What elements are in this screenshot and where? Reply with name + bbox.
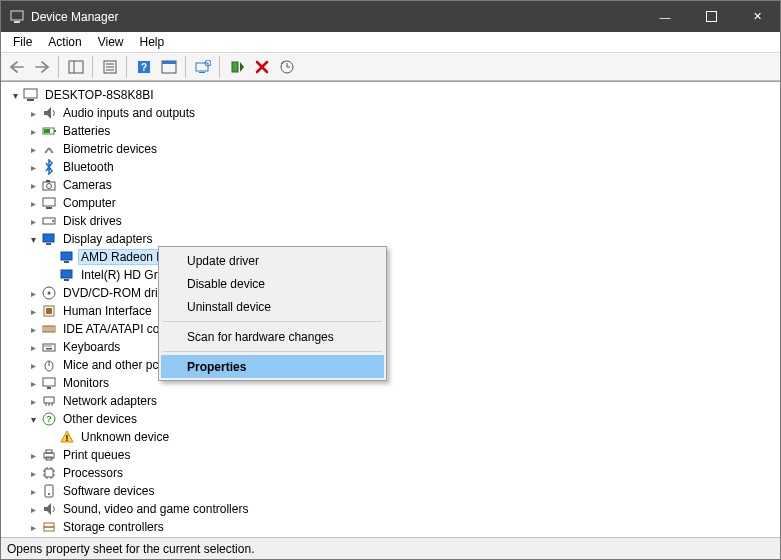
collapse-arrow-icon[interactable]: ▸ xyxy=(27,450,39,461)
collapse-arrow-icon[interactable]: ▸ xyxy=(27,216,39,227)
menu-file[interactable]: File xyxy=(5,33,40,51)
display-adapter-icon xyxy=(59,267,75,283)
content-area: ▾ DESKTOP-8S8K8BI ▸ Audio inputs and out… xyxy=(1,81,780,537)
computer-icon xyxy=(41,195,57,211)
keyboard-icon xyxy=(41,339,57,355)
tree-category-disk-drives[interactable]: ▸ Disk drives xyxy=(9,212,780,230)
svg-rect-35 xyxy=(64,279,69,281)
other-devices-icon: ? xyxy=(41,411,57,427)
collapse-arrow-icon[interactable]: ▸ xyxy=(27,306,39,317)
expand-arrow-icon[interactable]: ▾ xyxy=(9,90,21,101)
svg-rect-3 xyxy=(69,61,83,73)
computer-icon xyxy=(23,87,39,103)
tree-category-processors[interactable]: ▸ Processors xyxy=(9,464,780,482)
collapse-arrow-icon[interactable]: ▸ xyxy=(27,144,39,155)
tree-category-monitors[interactable]: ▸ Monitors xyxy=(9,374,780,392)
properties-button[interactable] xyxy=(98,56,121,78)
help-button[interactable]: ? xyxy=(132,56,155,78)
svg-rect-46 xyxy=(43,344,55,351)
svg-rect-13 xyxy=(196,63,208,71)
tree-category-storage[interactable]: ▸ Storage controllers xyxy=(9,518,780,536)
back-button[interactable] xyxy=(5,56,28,78)
svg-rect-1 xyxy=(14,21,20,23)
context-item-disable-device[interactable]: Disable device xyxy=(161,272,384,295)
tree-category-cameras[interactable]: ▸ Cameras xyxy=(9,176,780,194)
tree-root-node[interactable]: ▾ DESKTOP-8S8K8BI xyxy=(9,86,780,104)
tree-category-mice[interactable]: ▸ Mice and other pc xyxy=(9,356,780,374)
svg-rect-34 xyxy=(61,270,72,278)
maximize-button[interactable] xyxy=(688,1,734,32)
tree-category-hid[interactable]: ▸ Human Interface xyxy=(9,302,780,320)
svg-rect-56 xyxy=(44,397,54,403)
tree-device-label: Unknown device xyxy=(78,429,172,445)
svg-point-48 xyxy=(46,345,47,346)
battery-icon xyxy=(41,123,57,139)
tree-category-display-adapters[interactable]: ▾ Display adapters xyxy=(9,230,780,248)
svg-point-76 xyxy=(48,493,50,495)
collapse-arrow-icon[interactable]: ▸ xyxy=(27,486,39,497)
svg-rect-22 xyxy=(44,129,50,133)
toolbar-divider xyxy=(92,56,93,78)
collapse-arrow-icon[interactable]: ▸ xyxy=(27,162,39,173)
tree-category-computer[interactable]: ▸ Computer xyxy=(9,194,780,212)
tree-category-network[interactable]: ▸ Network adapters xyxy=(9,392,780,410)
tree-category-ide[interactable]: ▸ IDE ATA/ATAPI co xyxy=(9,320,780,338)
collapse-arrow-icon[interactable]: ▸ xyxy=(27,522,39,533)
close-button[interactable]: ✕ xyxy=(734,1,780,32)
menu-action[interactable]: Action xyxy=(40,33,89,51)
tree-category-batteries[interactable]: ▸ Batteries xyxy=(9,122,780,140)
svg-point-47 xyxy=(44,345,45,346)
forward-button[interactable] xyxy=(30,56,53,78)
expand-arrow-icon[interactable]: ▾ xyxy=(27,414,39,425)
collapse-arrow-icon[interactable]: ▸ xyxy=(27,180,39,191)
collapse-arrow-icon[interactable]: ▸ xyxy=(27,324,39,335)
device-tree[interactable]: ▾ DESKTOP-8S8K8BI ▸ Audio inputs and out… xyxy=(1,82,780,537)
app-icon xyxy=(9,9,25,25)
collapse-arrow-icon[interactable]: ▸ xyxy=(27,396,39,407)
hid-icon xyxy=(41,303,57,319)
tree-category-print-queues[interactable]: ▸ Print queues xyxy=(9,446,780,464)
uninstall-device-button[interactable] xyxy=(250,56,273,78)
tree-device-intel-hd[interactable]: Intel(R) HD Gra xyxy=(9,266,780,284)
title-bar: Device Manager — ✕ xyxy=(1,1,780,32)
window-title: Device Manager xyxy=(31,10,642,24)
collapse-arrow-icon[interactable]: ▸ xyxy=(27,360,39,371)
context-item-uninstall-device[interactable]: Uninstall device xyxy=(161,295,384,318)
context-item-properties[interactable]: Properties xyxy=(161,355,384,378)
collapse-arrow-icon[interactable]: ▸ xyxy=(27,198,39,209)
menu-view[interactable]: View xyxy=(90,33,132,51)
menu-help[interactable]: Help xyxy=(132,33,173,51)
enable-device-button[interactable] xyxy=(225,56,248,78)
collapse-arrow-icon[interactable]: ▸ xyxy=(27,378,39,389)
collapse-arrow-icon[interactable]: ▸ xyxy=(27,504,39,515)
collapse-arrow-icon[interactable]: ▸ xyxy=(27,288,39,299)
svg-rect-66 xyxy=(45,469,53,477)
collapse-arrow-icon[interactable]: ▸ xyxy=(27,126,39,137)
svg-rect-77 xyxy=(44,523,54,527)
collapse-arrow-icon[interactable]: ▸ xyxy=(27,468,39,479)
tree-category-dvd[interactable]: ▸ DVD/CD-ROM dri xyxy=(9,284,780,302)
context-item-scan-hardware[interactable]: Scan for hardware changes xyxy=(161,325,384,348)
action-button[interactable] xyxy=(157,56,180,78)
scan-hardware-button[interactable] xyxy=(191,56,214,78)
show-hide-console-tree-button[interactable] xyxy=(64,56,87,78)
tree-category-sound[interactable]: ▸ Sound, video and game controllers xyxy=(9,500,780,518)
ide-icon xyxy=(41,321,57,337)
tree-category-keyboards[interactable]: ▸ Keyboards xyxy=(9,338,780,356)
tree-device-amd-radeon[interactable]: AMD Radeon HD 7670M xyxy=(9,248,780,266)
mouse-icon xyxy=(41,357,57,373)
context-item-update-driver[interactable]: Update driver xyxy=(161,249,384,272)
tree-category-other-devices[interactable]: ▾ ? Other devices xyxy=(9,410,780,428)
tree-category-audio[interactable]: ▸ Audio inputs and outputs xyxy=(9,104,780,122)
collapse-arrow-icon[interactable]: ▸ xyxy=(27,108,39,119)
update-driver-button[interactable] xyxy=(275,56,298,78)
tree-category-software-devices[interactable]: ▸ Software devices xyxy=(9,482,780,500)
svg-rect-30 xyxy=(43,234,54,242)
expand-arrow-icon[interactable]: ▾ xyxy=(27,234,39,245)
tree-category-bluetooth[interactable]: ▸ Bluetooth xyxy=(9,158,780,176)
tree-device-unknown[interactable]: ! Unknown device xyxy=(9,428,780,446)
tree-category-biometric[interactable]: ▸ Biometric devices xyxy=(9,140,780,158)
collapse-arrow-icon[interactable]: ▸ xyxy=(27,342,39,353)
svg-point-24 xyxy=(47,184,52,189)
minimize-button[interactable]: — xyxy=(642,1,688,32)
